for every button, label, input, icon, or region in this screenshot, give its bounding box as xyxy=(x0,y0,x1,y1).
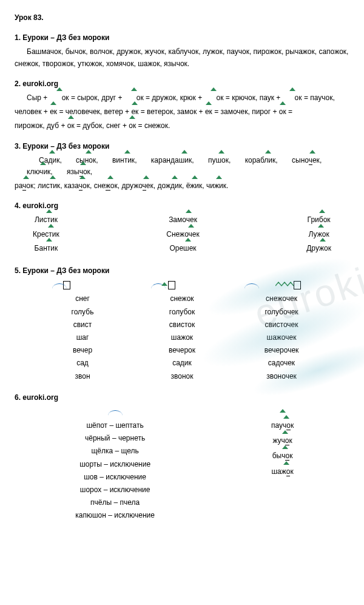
section-4-columns: Листик Крестик Бантик Замочек Снежочек О… xyxy=(33,214,331,257)
section-1-text: Башмачок, бычок, волчок, дружок, жучок, … xyxy=(15,46,349,69)
section-3-line2: рачок; листик, казачок, снежок, дружочек… xyxy=(15,180,349,192)
section-5-col3: снежочекголубочексвисточекшажочеквечероч… xyxy=(232,293,331,383)
section-5-columns: снегголубьсвистшагвечерсадзвон снежокгол… xyxy=(33,293,331,383)
section-4-col1: Листик Крестик Бантик xyxy=(33,214,59,257)
section-6-heading: 6. euroki.org xyxy=(15,392,349,404)
section-5-col1: снегголубьсвистшагвечерсадзвон xyxy=(33,293,132,383)
section-5-col2: снежокголубоксвистокшажоквечероксадикзво… xyxy=(132,293,232,383)
section-6-right: паучок жучок бычок шажок xyxy=(215,420,349,523)
arc-zig-box-icon xyxy=(274,279,301,291)
lesson-title: Урок 83. xyxy=(15,12,349,24)
section-4-col2: Замочек Снежочек Орешек xyxy=(166,214,199,257)
section-6-columns: шёпот – шептатьчёрный – чернетьщёлка – щ… xyxy=(15,420,349,523)
section-1-heading: 1. Еуроки – ДЗ без мороки xyxy=(15,32,349,44)
arc-icon xyxy=(15,406,215,417)
section-4-heading: 4. euroki.org xyxy=(15,200,349,212)
section-2-line2: человек + ек = человечек, ветер + ек = в… xyxy=(15,106,349,118)
section-4-col3: Грибок Лужок Дружок xyxy=(306,214,331,257)
section-5-header-icons xyxy=(63,279,301,291)
section-6-left: шёпот – шептатьчёрный – чернетьщёлка – щ… xyxy=(15,420,215,523)
section-3-line1: Садик, сынок, винтик, карандашик, пушок,… xyxy=(15,155,349,178)
arc-box-icon xyxy=(63,279,70,291)
section-2-line3: пирожок, дуб + ок = дубок, снег + ок = с… xyxy=(15,120,349,132)
arc-caret-box-icon xyxy=(168,279,175,291)
section-2-line1: Сыр + ок = сырок, друг + ок = дружок, кр… xyxy=(15,92,349,104)
section-2-heading: 2. euroki.org xyxy=(15,78,349,90)
caret-icon xyxy=(215,406,349,417)
section-5-heading: 5. Еуроки – ДЗ без мороки xyxy=(15,265,349,277)
